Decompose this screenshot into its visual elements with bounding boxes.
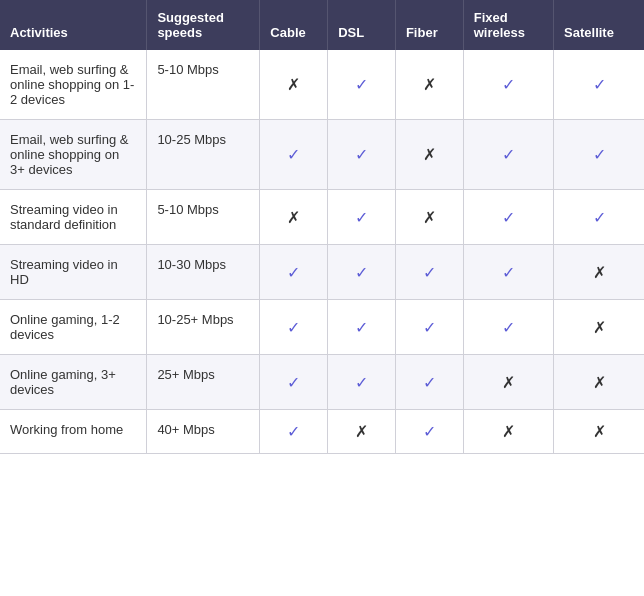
cross-icon: ✗ <box>423 76 436 93</box>
check-icon: ✓ <box>355 146 368 163</box>
check-icon: ✓ <box>502 146 515 163</box>
cell-satellite: ✗ <box>554 300 644 355</box>
cross-icon: ✗ <box>502 374 515 391</box>
cell-fiber: ✗ <box>395 50 463 120</box>
header-activities: Activities <box>0 0 147 50</box>
check-icon: ✓ <box>423 319 436 336</box>
cell-cable: ✓ <box>260 355 328 410</box>
cell-dsl: ✗ <box>328 410 396 454</box>
cell-activity: Online gaming, 3+ devices <box>0 355 147 410</box>
cell-satellite: ✗ <box>554 355 644 410</box>
cell-activity: Streaming video in HD <box>0 245 147 300</box>
check-icon: ✓ <box>287 146 300 163</box>
cross-icon: ✗ <box>423 209 436 226</box>
cell-fixed-wireless: ✗ <box>463 410 553 454</box>
cross-icon: ✗ <box>355 423 368 440</box>
header-fiber: Fiber <box>395 0 463 50</box>
cell-cable: ✓ <box>260 245 328 300</box>
check-icon: ✓ <box>593 146 606 163</box>
cross-icon: ✗ <box>593 423 606 440</box>
cell-fixed-wireless: ✓ <box>463 120 553 190</box>
table-row: Working from home40+ Mbps✓✗✓✗✗ <box>0 410 644 454</box>
header-dsl: DSL <box>328 0 396 50</box>
cell-fixed-wireless: ✓ <box>463 300 553 355</box>
header-fixed-wireless: Fixed wireless <box>463 0 553 50</box>
cell-cable: ✓ <box>260 410 328 454</box>
check-icon: ✓ <box>287 264 300 281</box>
cell-satellite: ✗ <box>554 245 644 300</box>
cell-speed: 5-10 Mbps <box>147 50 260 120</box>
header-satellite: Satellite <box>554 0 644 50</box>
check-icon: ✓ <box>502 209 515 226</box>
cell-cable: ✗ <box>260 50 328 120</box>
check-icon: ✓ <box>355 319 368 336</box>
cell-fiber: ✓ <box>395 300 463 355</box>
check-icon: ✓ <box>355 264 368 281</box>
cell-satellite: ✗ <box>554 410 644 454</box>
header-cable: Cable <box>260 0 328 50</box>
check-icon: ✓ <box>287 319 300 336</box>
check-icon: ✓ <box>423 264 436 281</box>
cross-icon: ✗ <box>593 319 606 336</box>
cross-icon: ✗ <box>287 76 300 93</box>
cell-fiber: ✗ <box>395 120 463 190</box>
check-icon: ✓ <box>593 76 606 93</box>
cell-speed: 10-25 Mbps <box>147 120 260 190</box>
cross-icon: ✗ <box>593 264 606 281</box>
cell-cable: ✓ <box>260 300 328 355</box>
header-suggested-speeds: Suggested speeds <box>147 0 260 50</box>
cell-fiber: ✗ <box>395 190 463 245</box>
check-icon: ✓ <box>502 319 515 336</box>
cell-dsl: ✓ <box>328 300 396 355</box>
cell-satellite: ✓ <box>554 50 644 120</box>
cell-speed: 40+ Mbps <box>147 410 260 454</box>
cross-icon: ✗ <box>502 423 515 440</box>
check-icon: ✓ <box>502 264 515 281</box>
table-row: Streaming video in standard definition5-… <box>0 190 644 245</box>
cell-activity: Email, web surfing & online shopping on … <box>0 120 147 190</box>
table-row: Online gaming, 1-2 devices10-25+ Mbps✓✓✓… <box>0 300 644 355</box>
cell-activity: Email, web surfing & online shopping on … <box>0 50 147 120</box>
check-icon: ✓ <box>502 76 515 93</box>
check-icon: ✓ <box>355 374 368 391</box>
table-row: Email, web surfing & online shopping on … <box>0 50 644 120</box>
cell-speed: 10-25+ Mbps <box>147 300 260 355</box>
cell-fixed-wireless: ✓ <box>463 245 553 300</box>
table-row: Streaming video in HD10-30 Mbps✓✓✓✓✗ <box>0 245 644 300</box>
cell-speed: 25+ Mbps <box>147 355 260 410</box>
cell-activity: Online gaming, 1-2 devices <box>0 300 147 355</box>
cell-fixed-wireless: ✗ <box>463 355 553 410</box>
cell-activity: Streaming video in standard definition <box>0 190 147 245</box>
check-icon: ✓ <box>287 423 300 440</box>
cell-fiber: ✓ <box>395 410 463 454</box>
cell-dsl: ✓ <box>328 120 396 190</box>
check-icon: ✓ <box>355 76 368 93</box>
table-row: Email, web surfing & online shopping on … <box>0 120 644 190</box>
cell-dsl: ✓ <box>328 190 396 245</box>
cell-fiber: ✓ <box>395 245 463 300</box>
cell-activity: Working from home <box>0 410 147 454</box>
cell-fixed-wireless: ✓ <box>463 50 553 120</box>
cross-icon: ✗ <box>287 209 300 226</box>
check-icon: ✓ <box>287 374 300 391</box>
cell-dsl: ✓ <box>328 355 396 410</box>
table-row: Online gaming, 3+ devices25+ Mbps✓✓✓✗✗ <box>0 355 644 410</box>
comparison-table: Activities Suggested speeds Cable DSL Fi… <box>0 0 644 454</box>
check-icon: ✓ <box>423 374 436 391</box>
cell-speed: 10-30 Mbps <box>147 245 260 300</box>
cell-dsl: ✓ <box>328 50 396 120</box>
check-icon: ✓ <box>423 423 436 440</box>
cell-cable: ✗ <box>260 190 328 245</box>
cell-speed: 5-10 Mbps <box>147 190 260 245</box>
cell-satellite: ✓ <box>554 120 644 190</box>
cross-icon: ✗ <box>593 374 606 391</box>
check-icon: ✓ <box>593 209 606 226</box>
cell-dsl: ✓ <box>328 245 396 300</box>
cross-icon: ✗ <box>423 146 436 163</box>
cell-cable: ✓ <box>260 120 328 190</box>
cell-fiber: ✓ <box>395 355 463 410</box>
cell-fixed-wireless: ✓ <box>463 190 553 245</box>
cell-satellite: ✓ <box>554 190 644 245</box>
check-icon: ✓ <box>355 209 368 226</box>
